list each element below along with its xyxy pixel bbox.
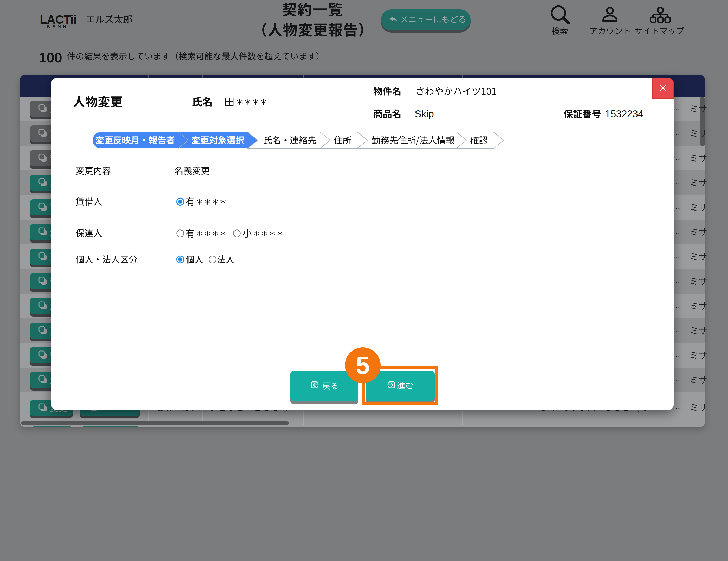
svg-text:Skip: Skip [415,108,434,119]
svg-text:1532234: 1532234 [605,108,643,119]
